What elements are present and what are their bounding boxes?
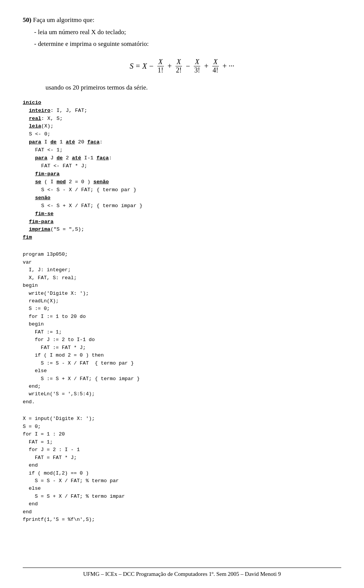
formula-block: S = X − X 1! + X 2! − X 3! + X 4! + ··· (23, 58, 341, 75)
question-title: 50) Faça um algoritmo que: - leia um núm… (23, 15, 341, 49)
matlab-code-block: X = input('Digite X: '); S = 0; for I = … (23, 415, 341, 524)
formula-x: X (142, 62, 147, 71)
bullet1: - leia um número real X do teclado; (23, 27, 341, 37)
pseudocode-block: início inteiro: I, J, FAT; real: X, S; l… (23, 99, 341, 242)
frac-x-3fact: X 3! (193, 58, 201, 75)
formula-s: S (130, 62, 133, 71)
frac-x-4fact: X 4! (212, 58, 220, 75)
footer-text: UFMG – ICEx – DCC Programação de Computa… (83, 571, 281, 577)
bullet2: - determine e imprima o seguinte somatór… (23, 39, 341, 49)
frac-x-1fact: X 1! (157, 58, 165, 75)
title-line1: 50) Faça um algoritmo que: (23, 15, 341, 25)
pascal-code-block: program l3p050; var I, J: integer; X, FA… (23, 251, 341, 406)
footer: UFMG – ICEx – DCC Programação de Computa… (23, 568, 341, 577)
frac-x-2fact: X 2! (175, 58, 183, 75)
using-text: usando os 20 primeiros termos da série. (23, 84, 341, 91)
